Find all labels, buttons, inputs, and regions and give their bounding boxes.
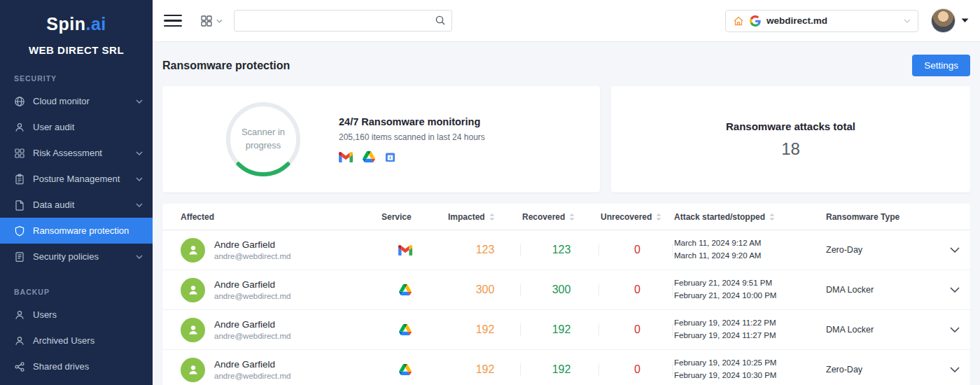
gmail-icon bbox=[339, 152, 353, 162]
sidebar-section-backup: BACKUP bbox=[14, 288, 153, 296]
grid-icon bbox=[14, 148, 25, 159]
table-row: Andre Garfield andre@webdirect.md 300 30… bbox=[162, 270, 970, 310]
settings-button[interactable]: Settings bbox=[912, 55, 970, 76]
attack-stopped: February 19, 2024 11:27 PM bbox=[674, 330, 826, 342]
account-menu-caret-icon[interactable] bbox=[961, 18, 969, 23]
recovered-count: 192 bbox=[522, 323, 601, 336]
sidebar: Spin.ai WEB DIRECT SRL SECURITY Cloud mo… bbox=[0, 0, 153, 385]
user-avatar[interactable] bbox=[931, 8, 955, 33]
sidebar-item-label: Users bbox=[33, 309, 57, 320]
table-row: Andre Garfield andre@webdirect.md 123 12… bbox=[162, 230, 970, 270]
sort-icon[interactable] bbox=[769, 213, 775, 221]
user-icon bbox=[14, 335, 25, 346]
sidebar-item-label: Security policies bbox=[33, 251, 99, 262]
spin-ai-logo: Spin.ai bbox=[0, 0, 153, 34]
sidebar-item-label: Ransomware protection bbox=[33, 225, 129, 236]
drive-icon bbox=[399, 324, 412, 335]
attack-started: March 11, 2024 9:12 AM bbox=[674, 237, 826, 250]
affected-user-email: andre@webdirect.md bbox=[214, 332, 290, 340]
sidebar-item-shared-drives[interactable]: Shared drives bbox=[0, 354, 153, 379]
drive-icon bbox=[399, 364, 412, 375]
user-avatar bbox=[181, 278, 205, 302]
expand-row-chevron-icon[interactable] bbox=[939, 247, 970, 253]
impacted-count: 192 bbox=[448, 363, 522, 376]
user-icon bbox=[14, 309, 25, 321]
chevron-down-icon bbox=[904, 19, 911, 23]
unrecovered-count: 0 bbox=[601, 284, 674, 296]
domain-select[interactable]: webdirect.md bbox=[725, 10, 918, 32]
ransomware-type: DMA Locker bbox=[826, 285, 939, 295]
user-icon bbox=[14, 122, 25, 133]
impacted-count: 192 bbox=[448, 323, 522, 336]
sidebar-item-data-audit[interactable]: Data audit bbox=[0, 192, 153, 218]
recovered-count: 123 bbox=[522, 244, 601, 256]
google-icon bbox=[750, 15, 761, 27]
search-input[interactable] bbox=[234, 10, 452, 31]
logo-spin-text: Spin bbox=[46, 14, 85, 34]
topbar: webdirect.md bbox=[153, 0, 980, 42]
sidebar-item-label: Archived Users bbox=[33, 335, 94, 346]
calendar-icon bbox=[385, 152, 396, 162]
organization-name: WEB DIRECT SRL bbox=[0, 44, 153, 56]
unrecovered-count: 0 bbox=[601, 363, 674, 376]
drive-icon bbox=[363, 151, 375, 162]
chevron-down-icon bbox=[216, 19, 223, 23]
policy-doc-icon bbox=[14, 251, 25, 262]
home-icon bbox=[733, 15, 744, 27]
search-icon[interactable] bbox=[435, 15, 446, 26]
ransomware-type: Zero-Day bbox=[826, 245, 939, 255]
column-header-unrecovered[interactable]: Unrecovered bbox=[601, 212, 674, 222]
affected-user-email: andre@webdirect.md bbox=[214, 252, 290, 260]
column-header-attack-started-stopped[interactable]: Attack started/stopped bbox=[674, 212, 826, 222]
expand-row-chevron-icon[interactable] bbox=[939, 327, 970, 332]
sidebar-item-user-audit[interactable]: User audit bbox=[0, 114, 153, 140]
attacks-total-title: Ransomware attacks total bbox=[726, 120, 855, 132]
globe-icon bbox=[14, 96, 25, 107]
chevron-down-icon bbox=[136, 151, 143, 155]
chevron-down-icon bbox=[136, 203, 143, 207]
sidebar-item-risk-assessment[interactable]: Risk Assessment bbox=[0, 140, 153, 166]
hamburger-menu-icon[interactable] bbox=[164, 15, 182, 27]
attack-started: February 19, 2024 10:25 PM bbox=[674, 357, 826, 370]
table-row: Andre Garfield andre@webdirect.md 192 19… bbox=[162, 310, 970, 350]
expand-row-chevron-icon[interactable] bbox=[939, 367, 970, 372]
sidebar-item-security-policies[interactable]: Security policies bbox=[0, 244, 153, 270]
apps-grid-button[interactable] bbox=[200, 15, 223, 27]
sort-icon[interactable] bbox=[489, 213, 495, 221]
sidebar-item-posture-management[interactable]: Posture Management bbox=[0, 166, 153, 192]
sidebar-section-security: SECURITY bbox=[14, 74, 153, 83]
apps-grid-icon bbox=[200, 15, 213, 27]
scanner-progress-ring: Scanner in progress bbox=[224, 100, 302, 178]
attacks-total-value: 18 bbox=[781, 139, 800, 159]
unrecovered-count: 0 bbox=[601, 323, 674, 336]
sort-icon[interactable] bbox=[569, 213, 575, 221]
sidebar-item-ransomware-protection[interactable]: Ransomware protection bbox=[0, 218, 153, 244]
attack-stopped: March 11, 2024 9:20 AM bbox=[674, 250, 826, 262]
sidebar-item-label: Data audit bbox=[33, 200, 74, 210]
table-header-row: Affected Service Impacted Recovered Unre… bbox=[162, 204, 970, 230]
sort-icon[interactable] bbox=[656, 213, 662, 221]
attacks-table: Affected Service Impacted Recovered Unre… bbox=[162, 204, 970, 385]
user-avatar bbox=[181, 318, 205, 342]
sidebar-item-cloud-monitor[interactable]: Cloud monitor bbox=[0, 88, 153, 114]
ransomware-type: Zero-Day bbox=[826, 365, 939, 374]
topbar-right: webdirect.md bbox=[725, 8, 969, 33]
shield-icon bbox=[14, 225, 25, 237]
affected-user-name: Andre Garfield bbox=[214, 359, 290, 370]
chevron-down-icon bbox=[136, 255, 143, 259]
column-header-recovered[interactable]: Recovered bbox=[522, 212, 601, 222]
share-icon bbox=[14, 361, 25, 372]
document-icon bbox=[14, 200, 25, 211]
expand-row-chevron-icon[interactable] bbox=[939, 287, 970, 293]
recovered-count: 300 bbox=[522, 284, 601, 296]
impacted-count: 123 bbox=[448, 244, 522, 256]
attack-stopped: February 19, 2024 10:30 PM bbox=[674, 370, 826, 382]
sidebar-item-archived-users[interactable]: Archived Users bbox=[0, 328, 153, 354]
attacks-total-card: Ransomware attacks total 18 bbox=[611, 86, 970, 192]
sidebar-item-users[interactable]: Users bbox=[0, 302, 153, 328]
chevron-down-icon bbox=[136, 99, 143, 104]
table-row: Andre Garfield andre@webdirect.md 192 19… bbox=[162, 350, 970, 385]
column-header-impacted[interactable]: Impacted bbox=[448, 212, 522, 222]
gmail-icon bbox=[398, 245, 412, 255]
ransomware-type: DMA Locker bbox=[826, 325, 939, 335]
